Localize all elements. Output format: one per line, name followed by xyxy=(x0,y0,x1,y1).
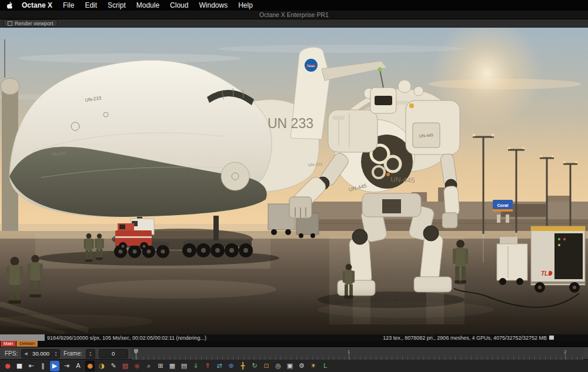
stop-icon[interactable]: ■ xyxy=(15,361,24,371)
render-progress-text: 9184/9296/10000 s/px, 105 Ms/sec, 00:02:… xyxy=(47,335,206,341)
frame-spinner[interactable]: ▲ ▼ xyxy=(86,349,95,358)
timeline-controls: FPS: ◀ 30.000 ▲ ▼ Frame: ▲ ▼ 1 2 xyxy=(0,347,588,359)
menu-script[interactable]: Script xyxy=(102,0,131,11)
render-progress-bar xyxy=(0,334,45,341)
timeline-ruler[interactable]: 1 2 xyxy=(132,348,583,360)
rotate-gizmo-icon[interactable]: ↻ xyxy=(250,361,259,371)
live-render-icon[interactable]: ● xyxy=(85,361,95,371)
ruler-ticks xyxy=(132,357,583,360)
aircraft-marking-rear: UN-233 xyxy=(308,162,323,167)
subsample-icon[interactable]: ◑ xyxy=(97,361,106,371)
menu-edit[interactable]: Edit xyxy=(79,0,102,11)
spin-down-icon[interactable]: ▼ xyxy=(55,354,57,357)
tab-main[interactable]: Main xyxy=(1,341,16,347)
fps-spinner[interactable]: ▲ ▼ xyxy=(55,351,57,357)
tab-demain[interactable]: DeMain xyxy=(16,341,38,347)
menu-octane-x[interactable]: Octane X xyxy=(16,0,58,11)
pick-material-icon[interactable]: ✎ xyxy=(109,361,118,371)
window-title: Octane X Enterprise PR1 xyxy=(259,11,329,18)
step-forward-icon[interactable]: ⇥ xyxy=(62,361,71,371)
sync-icon[interactable]: ⇄ xyxy=(215,361,224,371)
daylight-icon[interactable]: ☀ xyxy=(309,361,318,371)
focus-picker-icon[interactable]: ⊕ xyxy=(226,361,236,371)
render-region-icon[interactable]: ▧ xyxy=(121,361,130,371)
alpha-checker-icon[interactable]: ▦ xyxy=(168,361,177,371)
white-cart xyxy=(497,237,527,285)
status-chip xyxy=(549,336,554,340)
menu-module[interactable]: Module xyxy=(131,0,165,11)
menu-cloud[interactable]: Cloud xyxy=(165,0,193,11)
render-scene: Coral xyxy=(0,28,588,334)
window-title-bar[interactable]: Octane X Enterprise PR1 xyxy=(0,11,588,19)
fps-decrement-icon[interactable]: ◀ xyxy=(24,351,27,356)
scale-gizmo-icon[interactable]: ⊡ xyxy=(262,361,271,371)
mech-torso-marking: UN-445 xyxy=(390,175,415,185)
apple-logo-icon[interactable] xyxy=(6,2,13,9)
bottom-toolbar: ● ■ ⇤ ‖ ▶ ⇥ A ● ◑ ✎ ▧ ◉ ⌕ ⊞ ▦ ▤ ⇓ ⇑ ⇄ ⊕ … xyxy=(0,359,588,372)
fps-stepper[interactable]: ◀ 30.000 ▲ ▼ xyxy=(21,349,60,358)
world-axis-icon[interactable]: ◎ xyxy=(273,361,283,371)
frame-input[interactable] xyxy=(99,349,128,358)
menu-bar: Octane X File Edit Script Module Cloud W… xyxy=(0,0,588,11)
lock-resolution-icon[interactable]: ⊞ xyxy=(156,361,165,371)
viewport-tab[interactable]: Render viewport xyxy=(4,19,58,27)
render-status-bar: 9184/9296/10000 s/px, 105 Ms/sec, 00:02:… xyxy=(0,334,588,341)
octane-x-window: Octane X File Edit Script Module Cloud W… xyxy=(0,0,588,372)
play-icon[interactable]: ▶ xyxy=(50,361,59,371)
text-overlay-icon[interactable]: A xyxy=(74,361,83,371)
aircraft-marking-large: UN 233 xyxy=(268,116,313,131)
clay-mode-icon[interactable]: ◉ xyxy=(132,361,142,371)
viewport-tab-bar: Render viewport xyxy=(0,19,588,28)
render-stats-text: 123 tex., 8078082 pri., 2906 meshes, 4 G… xyxy=(383,335,547,341)
save-image-icon[interactable]: ⇓ xyxy=(191,361,201,371)
tld-generator-cart: TLD xyxy=(531,226,585,293)
fps-value[interactable]: 30.000 xyxy=(30,350,52,357)
magnifier-icon[interactable]: ⌕ xyxy=(144,361,153,371)
frame-spin-down-icon[interactable]: ▼ xyxy=(89,354,92,357)
menu-help[interactable]: Help xyxy=(233,0,258,11)
settings-gear-icon[interactable]: ⚙ xyxy=(297,361,306,371)
viewport-window-icon xyxy=(8,21,12,26)
export-image-icon[interactable]: ⇑ xyxy=(203,361,212,371)
move-gizmo-icon[interactable]: ╋ xyxy=(238,361,248,371)
fps-label: FPS: xyxy=(5,350,18,357)
render-viewport[interactable]: Coral xyxy=(0,28,588,334)
menu-windows[interactable]: Windows xyxy=(193,0,233,11)
record-icon[interactable]: ● xyxy=(3,361,12,371)
render-passes-icon[interactable]: ▤ xyxy=(179,361,189,371)
menu-file[interactable]: File xyxy=(58,0,79,11)
ruler-tick-1 xyxy=(349,353,349,360)
frame-label: Frame: xyxy=(64,350,82,357)
playhead-line xyxy=(136,354,136,360)
jump-to-start-icon[interactable]: ⇤ xyxy=(26,361,36,371)
pause-icon[interactable]: ‖ xyxy=(38,361,48,371)
ruler-tick-2 xyxy=(565,353,566,360)
camera-lock-icon[interactable]: ▣ xyxy=(285,361,295,371)
luminance-icon[interactable]: L xyxy=(320,361,330,371)
node-tabs-row: Main DeMain xyxy=(0,341,588,347)
viewport-tab-label: Render viewport xyxy=(15,21,54,26)
coral-sign-text: Coral xyxy=(497,203,508,208)
timeline-playhead[interactable] xyxy=(134,349,138,354)
